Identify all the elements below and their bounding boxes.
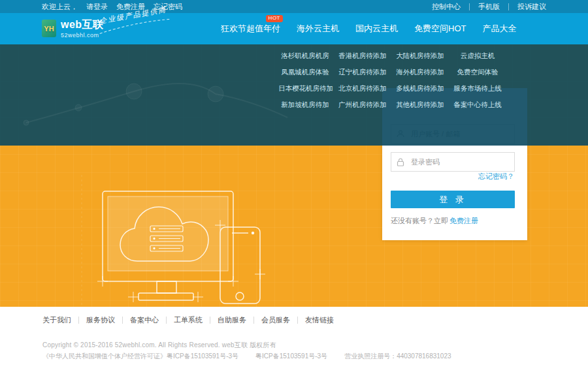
login-panel: 忘记密码？ 登 录 还没有账号？立即免费注册 (382, 88, 527, 240)
footer-link-about[interactable]: 关于我们 (42, 317, 79, 324)
lock-icon (391, 158, 410, 166)
menu-item[interactable]: 香港机房待添加 (336, 52, 389, 60)
menu-item[interactable]: 免费空间体验 (451, 68, 504, 76)
dropdown-column-3: 大陆机房待添加 海外机房待添加 多线机房待添加 其他机房待添加 (393, 52, 447, 109)
nav-item-label: 狂欢节超值年付 (221, 23, 280, 33)
password-input[interactable] (410, 157, 514, 166)
footer-link-icp-center[interactable]: 备案中心 (123, 317, 167, 324)
main-nav: 狂欢节超值年付 HOT 海外云主机 国内云主机 免费空间HOT 产品大全 (221, 13, 516, 44)
hot-badge: HOT (266, 15, 283, 22)
business-license-number: 营业执照注册号：440307816831023 (344, 352, 451, 361)
menu-item[interactable]: 广州机房待添加 (336, 101, 389, 109)
menu-item[interactable]: 大陆机房待添加 (393, 52, 447, 60)
login-link[interactable]: 请登录 (86, 2, 108, 12)
menu-item[interactable]: 北京机房待添加 (336, 84, 389, 93)
password-field-wrap (391, 152, 515, 172)
menu-item[interactable]: 云虚拟主机 (451, 52, 504, 60)
user-icon (391, 130, 410, 138)
menu-item[interactable]: 其他机房待添加 (393, 101, 447, 109)
menu-item[interactable]: 备案中心待上线 (451, 101, 504, 109)
username-input[interactable] (410, 129, 514, 138)
legal-row: 《中华人民共和国增值个体户经营许可证》粤ICP备15103591号-3号 粤IC… (42, 352, 468, 361)
page: 欢迎上云， 请登录 免费注册 忘记密码 控制中心 手机版 投诉建议 YH web… (0, 0, 588, 374)
icp-number: 粤ICP备15103591号-3号 (255, 352, 327, 361)
forgot-password-link[interactable]: 忘记密码？ (478, 172, 514, 181)
nav-item-domestic-cloud[interactable]: 国内云主机 (355, 23, 398, 35)
menu-item[interactable]: 新加坡机房待加 (278, 101, 332, 109)
username-field-wrap (391, 124, 515, 144)
menu-item[interactable]: 多线机房待添加 (393, 84, 447, 93)
menu-item[interactable]: 辽宁机房待添加 (336, 68, 389, 76)
nav-item-free-space[interactable]: 免费空间HOT (414, 23, 466, 35)
dropdown-column-2: 香港机房待添加 辽宁机房待添加 北京机房待添加 广州机房待添加 (336, 52, 389, 109)
footer-link-member[interactable]: 会员服务 (254, 317, 298, 324)
complaint-link[interactable]: 投诉建议 (509, 3, 546, 10)
nav-dropdown-menu: 洛杉矶机房机房 凤凰城机房体验 日本樱花机房待加 新加坡机房待加 香港机房待添加… (278, 52, 504, 109)
navbar: YH web互联 52webhl.com 企业级产品提供商 狂欢节超值年付 HO… (0, 13, 588, 44)
menu-item[interactable]: 洛杉矶机房机房 (278, 52, 332, 60)
topbar: 欢迎上云， 请登录 免费注册 忘记密码 控制中心 手机版 投诉建议 (0, 0, 588, 13)
register-prompt: 还没有账号？立即 (391, 217, 448, 225)
login-button[interactable]: 登 录 (391, 191, 515, 208)
menu-item[interactable]: 海外机房待添加 (393, 68, 447, 76)
menu-item[interactable]: 日本樱花机房待加 (278, 84, 332, 93)
license-text: 《中华人民共和国增值个体户经营许可证》粤ICP备15103591号-3号 (42, 352, 238, 361)
dropdown-column-4: 云虚拟主机 免费空间体验 服务市场待上线 备案中心待上线 (451, 52, 504, 109)
footer-link-selfservice[interactable]: 自助服务 (210, 317, 254, 324)
nav-item-all-products[interactable]: 产品大全 (482, 23, 516, 35)
welcome-text: 欢迎上云， (42, 2, 78, 12)
dropdown-column-1: 洛杉矶机房机房 凤凰城机房体验 日本樱花机房待加 新加坡机房待加 (278, 52, 332, 109)
footer-link-tickets[interactable]: 工单系统 (167, 317, 210, 324)
footer: 关于我们 服务协议 备案中心 工单系统 自助服务 会员服务 友情链接 Copyr… (0, 307, 588, 374)
nav-item-carnival[interactable]: 狂欢节超值年付 HOT (221, 23, 280, 35)
free-register-link[interactable]: 免费注册 (449, 217, 478, 225)
logo-icon: YH (42, 20, 56, 37)
menu-item[interactable]: 凤凰城机房体验 (278, 68, 332, 76)
control-center-link[interactable]: 控制中心 (423, 3, 470, 10)
copyright-text: Copyright © 2015-2016 52webhl.com. All R… (42, 341, 276, 350)
cloud-devices-illustration (65, 175, 274, 312)
menu-item[interactable]: 服务市场待上线 (451, 84, 504, 93)
nav-item-overseas-cloud[interactable]: 海外云主机 (297, 23, 339, 35)
footer-link-friends[interactable]: 友情链接 (298, 317, 341, 324)
footer-links: 关于我们 服务协议 备案中心 工单系统 自助服务 会员服务 友情链接 (42, 317, 341, 324)
mobile-version-link[interactable]: 手机版 (470, 3, 509, 10)
footer-link-terms[interactable]: 服务协议 (79, 317, 123, 324)
